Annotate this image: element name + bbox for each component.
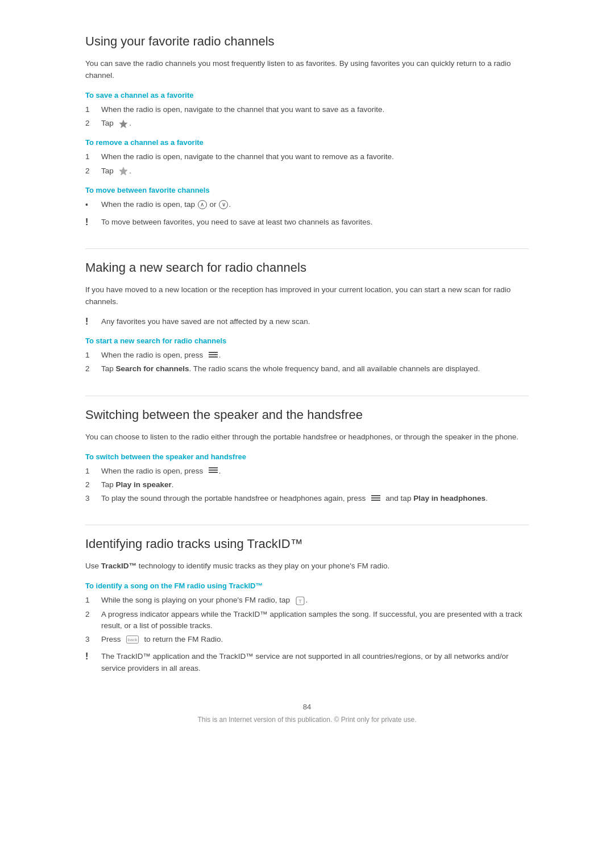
list-item: 1 When the radio is open, press . (85, 350, 529, 361)
subsection-title-switch-speaker: To switch between the speaker and handsf… (85, 452, 529, 461)
note-trackid-text: The TrackID™ application and the TrackID… (101, 651, 529, 674)
note-trackid: ! The TrackID™ application and the Track… (85, 651, 529, 674)
svg-text:T: T (298, 599, 302, 604)
trackid-icon: T (296, 596, 305, 605)
section-speaker-handsfree: Switching between the speaker and the ha… (85, 408, 529, 505)
subsection-switch-speaker: To switch between the speaker and handsf… (85, 452, 529, 505)
section-favorites: Using your favorite radio channels You c… (85, 34, 529, 228)
section-divider-3 (85, 525, 529, 525)
star-filled-icon (119, 119, 128, 128)
page-content: Using your favorite radio channels You c… (63, 0, 551, 769)
section-intro-favorites: You can save the radio channels you most… (85, 58, 529, 82)
section-title-speaker-handsfree: Switching between the speaker and the ha… (85, 408, 529, 425)
section-title-new-search: Making a new search for radio channels (85, 260, 529, 277)
list-item: 3 To play the sound through the portable… (85, 493, 529, 504)
remove-favorite-steps: 1 When the radio is open, navigate to th… (85, 151, 529, 177)
subsection-identify-song: To identify a song on the FM radio using… (85, 582, 529, 674)
list-item: 2 Tap . (85, 118, 529, 129)
exclamation-icon: ! (85, 217, 101, 227)
alert-new-search: ! Any favorites you have saved are not a… (85, 316, 529, 327)
list-item: 3 Press back to return the FM Radio. (85, 634, 529, 645)
subsection-title-start-search: To start a new search for radio channels (85, 337, 529, 345)
exclamation-icon-3: ! (85, 651, 101, 662)
start-search-steps: 1 When the radio is open, press . 2 Tap … (85, 350, 529, 375)
svg-marker-0 (119, 120, 127, 128)
note-move-favorites: ! To move between favorites, you need to… (85, 217, 529, 228)
footer-note: This is an Internet version of this publ… (85, 716, 529, 724)
back-icon: back (126, 636, 139, 643)
svg-text:back: back (128, 637, 138, 642)
alert-new-search-text: Any favorites you have saved are not aff… (101, 316, 310, 327)
list-item: 1 When the radio is open, navigate to th… (85, 104, 529, 115)
subsection-title-remove-favorite: To remove a channel as a favorite (85, 138, 529, 147)
down-arrow-icon: ∨ (219, 200, 228, 209)
section-intro-new-search: If you have moved to a new location or t… (85, 284, 529, 308)
page-number: 84 (85, 703, 529, 711)
section-title-favorites: Using your favorite radio channels (85, 34, 529, 51)
subsection-title-move-favorites: To move between favorite channels (85, 186, 529, 194)
list-item: 1 While the song is playing on your phon… (85, 595, 529, 606)
list-item: 1 When the radio is open, navigate to th… (85, 151, 529, 163)
subsection-move-favorites: To move between favorite channels • When… (85, 186, 529, 228)
subsection-remove-favorite: To remove a channel as a favorite 1 When… (85, 138, 529, 177)
list-item: 1 When the radio is open, press . (85, 466, 529, 477)
identify-song-steps: 1 While the song is playing on your phon… (85, 595, 529, 645)
list-item: • When the radio is open, tap ∧ or ∨. (85, 199, 529, 211)
section-intro-trackid: Use TrackID™ technology to identify musi… (85, 560, 529, 572)
section-divider-1 (85, 248, 529, 249)
save-favorite-steps: 1 When the radio is open, navigate to th… (85, 104, 529, 130)
exclamation-icon-2: ! (85, 317, 101, 327)
list-item: 2 Tap . (85, 165, 529, 177)
move-favorites-bullets: • When the radio is open, tap ∧ or ∨. (85, 199, 529, 211)
subsection-save-favorite: To save a channel as a favorite 1 When t… (85, 91, 529, 130)
list-item: 2 Tap Play in speaker. (85, 479, 529, 491)
section-title-trackid: Identifying radio tracks using TrackID™ (85, 537, 529, 554)
list-item: 2 A progress indicator appears while the… (85, 609, 529, 632)
star-outline-icon (119, 167, 128, 176)
list-item: 2 Tap Search for channels. The radio sca… (85, 363, 529, 375)
subsection-title-identify-song: To identify a song on the FM radio using… (85, 582, 529, 590)
section-intro-speaker-handsfree: You can choose to listen to the radio ei… (85, 431, 529, 443)
page-footer: 84 This is an Internet version of this p… (85, 697, 529, 724)
section-divider-2 (85, 396, 529, 396)
svg-marker-1 (119, 167, 127, 175)
menu-icon-3 (371, 495, 380, 502)
subsection-title-save-favorite: To save a channel as a favorite (85, 91, 529, 99)
menu-icon-2 (209, 467, 218, 474)
subsection-start-search: To start a new search for radio channels… (85, 337, 529, 375)
note-move-favorites-text: To move between favorites, you need to s… (101, 217, 372, 228)
section-trackid: Identifying radio tracks using TrackID™ … (85, 537, 529, 674)
section-new-search: Making a new search for radio channels I… (85, 260, 529, 375)
switch-speaker-steps: 1 When the radio is open, press . 2 Tap … (85, 466, 529, 505)
menu-icon-1 (209, 352, 218, 359)
up-arrow-icon: ∧ (198, 200, 207, 209)
